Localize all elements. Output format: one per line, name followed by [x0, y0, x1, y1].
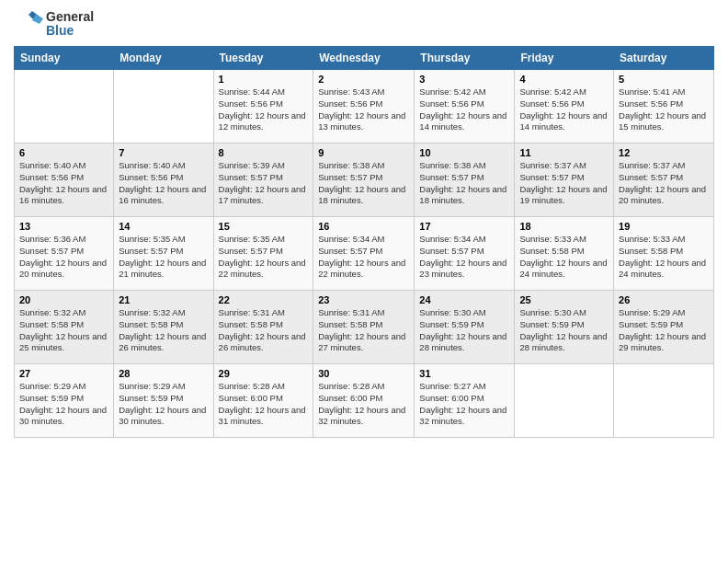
day-cell: 24Sunrise: 5:30 AMSunset: 5:59 PMDayligh…	[415, 291, 515, 364]
day-cell: 28Sunrise: 5:29 AMSunset: 5:59 PMDayligh…	[114, 364, 213, 438]
day-number: 25	[519, 294, 609, 305]
day-cell: 29Sunrise: 5:28 AMSunset: 6:00 PMDayligh…	[213, 364, 313, 438]
day-cell: 13Sunrise: 5:36 AMSunset: 5:57 PMDayligh…	[15, 217, 114, 291]
day-cell: 26Sunrise: 5:29 AMSunset: 5:59 PMDayligh…	[614, 291, 714, 364]
day-info: Sunrise: 5:29 AMSunset: 5:59 PMDaylight:…	[619, 307, 709, 354]
day-number: 8	[219, 147, 309, 158]
day-cell: 15Sunrise: 5:35 AMSunset: 5:57 PMDayligh…	[213, 217, 313, 291]
day-number: 6	[19, 147, 108, 158]
day-number: 29	[219, 368, 309, 379]
day-cell: 27Sunrise: 5:29 AMSunset: 5:59 PMDayligh…	[15, 364, 114, 438]
logo-icon	[14, 9, 43, 39]
day-number: 14	[119, 221, 208, 232]
day-cell: 23Sunrise: 5:31 AMSunset: 5:58 PMDayligh…	[313, 291, 415, 364]
day-cell: 3Sunrise: 5:42 AMSunset: 5:56 PMDaylight…	[415, 70, 515, 144]
day-number: 5	[619, 74, 709, 85]
day-cell: 21Sunrise: 5:32 AMSunset: 5:58 PMDayligh…	[114, 291, 213, 364]
day-cell: 8Sunrise: 5:39 AMSunset: 5:57 PMDaylight…	[213, 144, 313, 217]
day-cell	[614, 364, 714, 438]
day-info: Sunrise: 5:42 AMSunset: 5:56 PMDaylight:…	[519, 86, 609, 133]
day-number: 19	[619, 221, 709, 232]
col-thursday: Thursday	[415, 47, 515, 70]
day-number: 13	[19, 221, 108, 232]
day-cell: 31Sunrise: 5:27 AMSunset: 6:00 PMDayligh…	[415, 364, 515, 438]
day-cell: 1Sunrise: 5:44 AMSunset: 5:56 PMDaylight…	[213, 70, 313, 144]
day-cell: 10Sunrise: 5:38 AMSunset: 5:57 PMDayligh…	[415, 144, 515, 217]
day-cell: 4Sunrise: 5:42 AMSunset: 5:56 PMDaylight…	[515, 70, 614, 144]
day-cell: 9Sunrise: 5:38 AMSunset: 5:57 PMDaylight…	[313, 144, 415, 217]
col-monday: Monday	[114, 47, 213, 70]
day-number: 4	[519, 74, 609, 85]
day-info: Sunrise: 5:34 AMSunset: 5:57 PMDaylight:…	[318, 234, 409, 281]
day-number: 22	[219, 294, 309, 305]
day-cell: 17Sunrise: 5:34 AMSunset: 5:57 PMDayligh…	[415, 217, 515, 291]
day-info: Sunrise: 5:37 AMSunset: 5:57 PMDaylight:…	[519, 160, 609, 207]
day-number: 18	[519, 221, 609, 232]
day-info: Sunrise: 5:29 AMSunset: 5:59 PMDaylight:…	[19, 381, 108, 428]
day-cell: 16Sunrise: 5:34 AMSunset: 5:57 PMDayligh…	[313, 217, 415, 291]
day-number: 16	[318, 221, 409, 232]
day-info: Sunrise: 5:31 AMSunset: 5:58 PMDaylight:…	[318, 307, 409, 354]
day-cell: 6Sunrise: 5:40 AMSunset: 5:56 PMDaylight…	[15, 144, 114, 217]
day-number: 26	[619, 294, 709, 305]
day-info: Sunrise: 5:38 AMSunset: 5:57 PMDaylight:…	[419, 160, 509, 207]
day-number: 31	[419, 368, 509, 379]
day-cell	[515, 364, 614, 438]
logo: General Blue	[14, 9, 94, 39]
day-number: 9	[318, 147, 409, 158]
day-number: 24	[419, 294, 509, 305]
logo-blue: Blue	[46, 24, 94, 38]
header: General Blue	[14, 9, 714, 39]
day-cell: 22Sunrise: 5:31 AMSunset: 5:58 PMDayligh…	[213, 291, 313, 364]
day-cell: 7Sunrise: 5:40 AMSunset: 5:56 PMDaylight…	[114, 144, 213, 217]
day-number: 1	[219, 74, 309, 85]
day-cell: 19Sunrise: 5:33 AMSunset: 5:58 PMDayligh…	[614, 217, 714, 291]
day-cell: 18Sunrise: 5:33 AMSunset: 5:58 PMDayligh…	[515, 217, 614, 291]
calendar-table: Sunday Monday Tuesday Wednesday Thursday…	[14, 46, 714, 438]
day-cell: 2Sunrise: 5:43 AMSunset: 5:56 PMDaylight…	[313, 70, 415, 144]
day-info: Sunrise: 5:44 AMSunset: 5:56 PMDaylight:…	[219, 86, 309, 133]
week-row-2: 13Sunrise: 5:36 AMSunset: 5:57 PMDayligh…	[15, 217, 714, 291]
day-info: Sunrise: 5:42 AMSunset: 5:56 PMDaylight:…	[419, 86, 509, 133]
day-number: 10	[419, 147, 509, 158]
day-info: Sunrise: 5:31 AMSunset: 5:58 PMDaylight:…	[219, 307, 309, 354]
day-info: Sunrise: 5:41 AMSunset: 5:56 PMDaylight:…	[619, 86, 709, 133]
col-saturday: Saturday	[614, 47, 714, 70]
day-info: Sunrise: 5:40 AMSunset: 5:56 PMDaylight:…	[19, 160, 108, 207]
day-info: Sunrise: 5:30 AMSunset: 5:59 PMDaylight:…	[419, 307, 509, 354]
day-number: 11	[519, 147, 609, 158]
day-number: 12	[619, 147, 709, 158]
day-cell	[114, 70, 213, 144]
day-info: Sunrise: 5:37 AMSunset: 5:57 PMDaylight:…	[619, 160, 709, 207]
day-info: Sunrise: 5:40 AMSunset: 5:56 PMDaylight:…	[119, 160, 208, 207]
day-number: 15	[219, 221, 309, 232]
calendar-page: General Blue Sunday Monday Tuesday Wedne…	[0, 0, 728, 563]
col-sunday: Sunday	[15, 47, 114, 70]
day-info: Sunrise: 5:28 AMSunset: 6:00 PMDaylight:…	[318, 381, 409, 428]
week-row-3: 20Sunrise: 5:32 AMSunset: 5:58 PMDayligh…	[15, 291, 714, 364]
day-info: Sunrise: 5:28 AMSunset: 6:00 PMDaylight:…	[219, 381, 309, 428]
day-info: Sunrise: 5:38 AMSunset: 5:57 PMDaylight:…	[318, 160, 409, 207]
day-number: 3	[419, 74, 509, 85]
week-row-0: 1Sunrise: 5:44 AMSunset: 5:56 PMDaylight…	[15, 70, 714, 144]
day-cell: 14Sunrise: 5:35 AMSunset: 5:57 PMDayligh…	[114, 217, 213, 291]
day-info: Sunrise: 5:29 AMSunset: 5:59 PMDaylight:…	[119, 381, 208, 428]
day-cell: 5Sunrise: 5:41 AMSunset: 5:56 PMDaylight…	[614, 70, 714, 144]
day-cell: 30Sunrise: 5:28 AMSunset: 6:00 PMDayligh…	[313, 364, 415, 438]
day-cell	[15, 70, 114, 144]
day-number: 28	[119, 368, 208, 379]
day-cell: 11Sunrise: 5:37 AMSunset: 5:57 PMDayligh…	[515, 144, 614, 217]
day-number: 30	[318, 368, 409, 379]
day-number: 23	[318, 294, 409, 305]
day-info: Sunrise: 5:34 AMSunset: 5:57 PMDaylight:…	[419, 234, 509, 281]
day-info: Sunrise: 5:43 AMSunset: 5:56 PMDaylight:…	[318, 86, 409, 133]
col-tuesday: Tuesday	[213, 47, 313, 70]
week-row-1: 6Sunrise: 5:40 AMSunset: 5:56 PMDaylight…	[15, 144, 714, 217]
day-info: Sunrise: 5:35 AMSunset: 5:57 PMDaylight:…	[219, 234, 309, 281]
day-number: 27	[19, 368, 108, 379]
day-info: Sunrise: 5:33 AMSunset: 5:58 PMDaylight:…	[619, 234, 709, 281]
day-info: Sunrise: 5:36 AMSunset: 5:57 PMDaylight:…	[19, 234, 108, 281]
day-cell: 25Sunrise: 5:30 AMSunset: 5:59 PMDayligh…	[515, 291, 614, 364]
day-number: 7	[119, 147, 208, 158]
logo-general: General	[46, 10, 94, 24]
